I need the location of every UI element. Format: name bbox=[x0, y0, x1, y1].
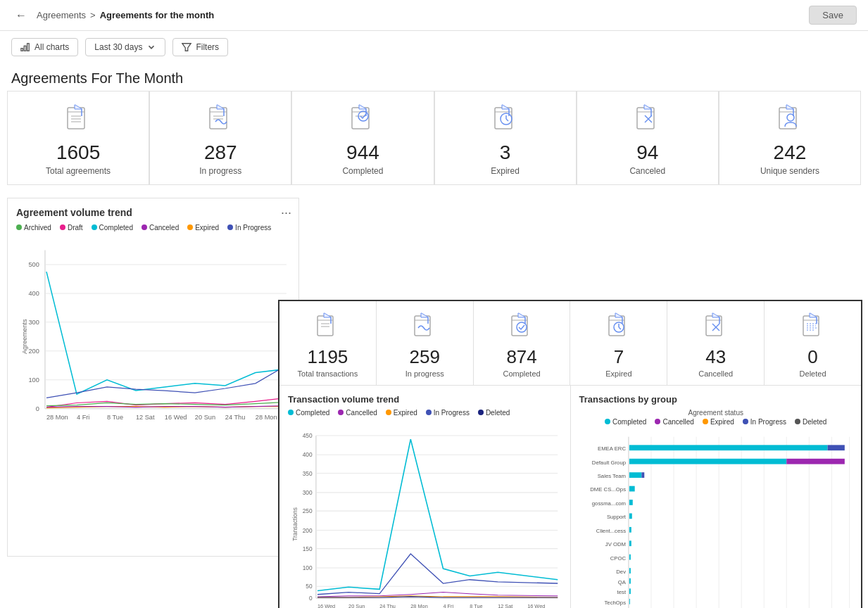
group-chart-legend: Completed Cancelled Expired In Progress bbox=[579, 418, 853, 426]
legend-expired: Expired bbox=[187, 224, 219, 232]
in-progress-label: In progress bbox=[199, 166, 241, 176]
all-charts-button[interactable]: All charts bbox=[11, 38, 78, 56]
breadcrumb-parent[interactable]: Agreements bbox=[37, 10, 86, 20]
right-cancelled-icon bbox=[700, 311, 732, 343]
gc-legend-deleted: Deleted bbox=[795, 418, 826, 426]
breadcrumb: Agreements > Agreements for the month bbox=[37, 10, 214, 20]
right-expired-label: Expired bbox=[605, 369, 631, 378]
main-layout: Agreement volume trend ··· Archived Draf… bbox=[0, 191, 868, 557]
svg-text:JV ODM: JV ODM bbox=[605, 541, 625, 547]
unique-senders-number: 242 bbox=[774, 142, 807, 164]
svg-rect-153 bbox=[629, 540, 631, 546]
svg-text:4 Fri: 4 Fri bbox=[77, 414, 89, 421]
left-chart-title: Agreement volume trend bbox=[16, 207, 290, 218]
transaction-chart-legend: Completed Cancelled Expired In Progress bbox=[288, 409, 562, 417]
svg-text:Sales Team: Sales Team bbox=[597, 473, 625, 479]
svg-rect-156 bbox=[629, 578, 630, 584]
svg-text:500: 500 bbox=[28, 261, 39, 268]
svg-line-64 bbox=[619, 327, 621, 329]
right-deleted-number: 0 bbox=[807, 346, 817, 368]
stat-card-unique-senders: 242 Unique senders bbox=[719, 91, 861, 185]
group-bar-chart-svg: EMEA ERC Default Group Sales Team DME CS… bbox=[579, 430, 853, 608]
svg-rect-1 bbox=[24, 46, 26, 51]
filters-button[interactable]: Filters bbox=[172, 38, 228, 56]
svg-text:12 Sat: 12 Sat bbox=[136, 414, 155, 421]
save-button[interactable]: Save bbox=[809, 6, 857, 25]
svg-text:24 Thu: 24 Thu bbox=[379, 602, 396, 608]
right-stat-completed: 874 Completed bbox=[474, 301, 571, 385]
svg-text:Transactions: Transactions bbox=[291, 507, 298, 541]
svg-text:100: 100 bbox=[28, 376, 39, 384]
right-deleted-icon bbox=[797, 311, 829, 343]
stat-card-completed: 944 Completed bbox=[291, 91, 434, 185]
canceled-label: Canceled bbox=[629, 166, 665, 176]
transaction-chart-title: Transaction volume trend bbox=[288, 394, 562, 405]
svg-text:300: 300 bbox=[28, 319, 39, 326]
gc-legend-inprogress: In Progress bbox=[743, 418, 786, 426]
toolbar: All charts Last 30 days Filters bbox=[0, 31, 868, 63]
svg-text:400: 400 bbox=[303, 451, 313, 458]
svg-text:350: 350 bbox=[303, 469, 313, 476]
svg-text:Default Group: Default Group bbox=[591, 459, 625, 465]
svg-text:Agreements: Agreements bbox=[21, 319, 28, 354]
right-in-progress-label: In progress bbox=[405, 369, 444, 378]
svg-text:CPOC: CPOC bbox=[610, 555, 626, 561]
expired-number: 3 bbox=[500, 142, 511, 164]
legend-completed: Completed bbox=[92, 224, 133, 232]
svg-rect-152 bbox=[629, 527, 631, 533]
tc-legend-completed: Completed bbox=[288, 409, 329, 417]
svg-text:EMEA ERC: EMEA ERC bbox=[597, 445, 625, 452]
svg-rect-144 bbox=[827, 445, 844, 450]
gc-legend-completed: Completed bbox=[605, 418, 646, 426]
right-completed-icon bbox=[505, 311, 538, 343]
chart-icon bbox=[20, 42, 30, 52]
right-stat-in-progress: 259 In progress bbox=[377, 301, 474, 385]
expired-icon bbox=[487, 101, 524, 138]
group-legend-title: Agreement status bbox=[579, 409, 853, 417]
left-chart-legend: Archived Draft Completed Canceled Expire… bbox=[16, 224, 290, 232]
send-icon bbox=[60, 101, 96, 138]
group-chart-title: Transactions by group bbox=[579, 394, 853, 405]
completed-number: 944 bbox=[346, 142, 379, 164]
svg-text:200: 200 bbox=[28, 348, 39, 355]
filter-icon bbox=[182, 42, 191, 52]
svg-rect-150 bbox=[629, 500, 632, 505]
svg-marker-3 bbox=[182, 44, 191, 51]
tc-legend-deleted: Deleted bbox=[478, 409, 510, 417]
completed-icon bbox=[344, 101, 381, 138]
svg-rect-151 bbox=[629, 513, 631, 519]
right-expired-icon bbox=[603, 311, 635, 343]
breadcrumb-separator: > bbox=[90, 10, 96, 20]
right-completed-number: 874 bbox=[506, 346, 536, 368]
svg-rect-157 bbox=[629, 588, 630, 594]
stat-card-canceled: 94 Canceled bbox=[577, 91, 719, 185]
unique-senders-label: Unique senders bbox=[760, 166, 819, 176]
back-button[interactable]: ← bbox=[11, 6, 31, 25]
svg-rect-143 bbox=[629, 445, 827, 450]
right-panel: 1195 Total transactions 259 In progress bbox=[278, 300, 862, 608]
right-stat-total-transactions: 1195 Total transactions bbox=[279, 301, 377, 385]
svg-text:16 Wed: 16 Wed bbox=[165, 414, 187, 421]
transactions-by-group-panel: Transactions by group Agreement status C… bbox=[571, 386, 862, 608]
right-deleted-label: Deleted bbox=[800, 369, 826, 378]
date-filter-button[interactable]: Last 30 days bbox=[85, 38, 165, 56]
svg-text:28 Mon: 28 Mon bbox=[256, 414, 277, 421]
legend-canceled: Canceled bbox=[141, 224, 179, 232]
svg-text:20 Sun: 20 Sun bbox=[195, 414, 215, 421]
svg-rect-155 bbox=[629, 568, 630, 574]
right-in-progress-number: 259 bbox=[410, 346, 440, 368]
more-options-button[interactable]: ··· bbox=[281, 205, 291, 220]
right-stat-deleted: 0 Deleted bbox=[765, 301, 861, 385]
svg-text:400: 400 bbox=[28, 290, 39, 297]
transaction-volume-svg: Transactions 0 50 100 bbox=[288, 421, 562, 608]
gc-legend-expired: Expired bbox=[703, 418, 734, 426]
canceled-icon bbox=[629, 101, 666, 138]
svg-text:DME CS...Ops: DME CS...Ops bbox=[590, 486, 626, 493]
right-expired-number: 7 bbox=[614, 346, 624, 368]
svg-point-59 bbox=[517, 322, 527, 332]
svg-rect-0 bbox=[21, 49, 23, 51]
total-agreements-number: 1605 bbox=[56, 142, 100, 164]
svg-text:12 Sat: 12 Sat bbox=[498, 602, 512, 608]
total-transactions-number: 1195 bbox=[307, 346, 348, 368]
right-inprogress-icon bbox=[408, 311, 441, 343]
